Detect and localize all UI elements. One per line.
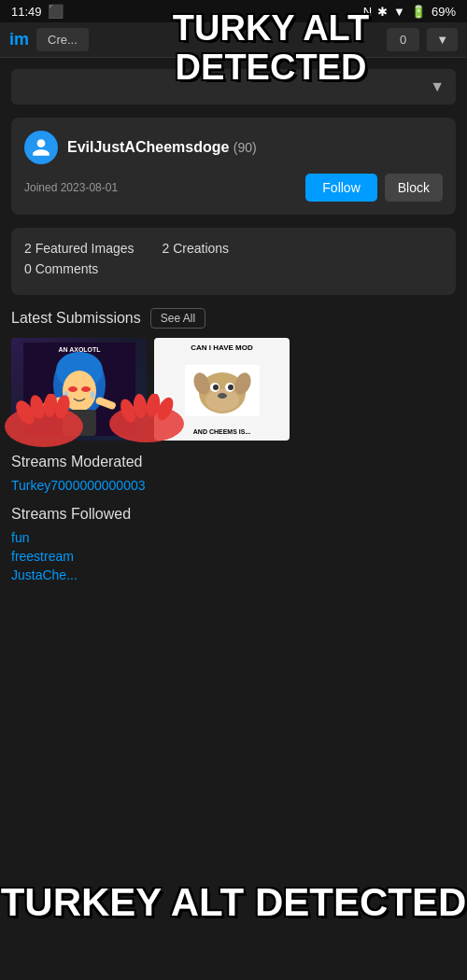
status-right: N ✱ ▼ 🔋 69% [363, 5, 456, 19]
battery-percent: 69% [432, 5, 456, 19]
stats-row-2: 0 Comments [24, 261, 443, 276]
svg-point-5 [81, 386, 91, 392]
profile-name-group: EvilJustACheemsdoge (90) [67, 139, 257, 156]
network-icon: N [363, 5, 372, 19]
meme2-top-text: CAN I HAVE MOD [191, 343, 253, 352]
profile-section: EvilJustACheemsdoge (90) Joined 2023-08-… [11, 118, 456, 215]
submission-thumb-1[interactable]: AN AXOLOTL [11, 338, 147, 441]
profile-score-value: (90) [234, 140, 257, 155]
app-logo: im [9, 30, 29, 49]
stats-section: 2 Featured Images 2 Creations 0 Comments [11, 228, 456, 295]
meme-image-1: AN AXOLOTL [11, 338, 147, 441]
creations-stat: 2 Creations [163, 241, 230, 256]
stream-followed-link-2[interactable]: freestream [11, 549, 456, 564]
profile-meta: Joined 2023-08-01 Follow Block [24, 174, 443, 202]
svg-point-10 [91, 391, 94, 399]
stream-followed-link-1[interactable]: fun [11, 530, 456, 545]
anime-girl-svg: AN AXOLOTL [23, 343, 135, 436]
block-button[interactable]: Block [385, 174, 443, 202]
featured-images-stat: 2 Featured Images [24, 241, 134, 256]
svg-point-9 [64, 391, 68, 399]
main-content: ▼ EvilJustACheemsdoge (90) Joined 2023-0… [0, 58, 467, 607]
stream-moderated-link-1[interactable]: Turkey7000000000003 [11, 478, 456, 493]
user-icon [31, 137, 51, 158]
see-all-button[interactable]: See All [150, 308, 205, 329]
status-time: 11:49 [11, 5, 42, 19]
svg-text:AN AXOLOTL: AN AXOLOTL [58, 346, 101, 353]
svg-point-14 [205, 389, 239, 412]
stream-followed-link-3[interactable]: JustaChe... [11, 567, 456, 582]
submissions-section: Latest Submissions See All [11, 308, 456, 441]
comments-stat: 0 Comments [24, 261, 98, 276]
svg-point-4 [68, 386, 78, 392]
status-bar: 11:49 ⬛ N ✱ ▼ 🔋 69% [0, 0, 467, 22]
meme2-bottom-text: AND CHEEMS IS... [193, 428, 250, 435]
joined-date: Joined 2023-08-01 [24, 181, 118, 194]
submissions-title: Latest Submissions [11, 310, 141, 327]
streams-followed-title: Streams Followed [11, 506, 456, 523]
nav-dropdown-button[interactable]: ▼ [427, 28, 458, 51]
streams-moderated-section: Streams Moderated Turkey7000000000003 [11, 454, 456, 493]
battery-icon: 🔋 [411, 5, 426, 19]
svg-point-17 [213, 385, 219, 390]
turkey-alt-detected-bottom-overlay: TURKEY ALT DETECTED [0, 881, 467, 924]
notification-icon: ⬛ [48, 4, 64, 19]
username: EvilJustACheemsdoge [67, 139, 229, 155]
svg-rect-6 [63, 410, 96, 436]
submission-thumb-2[interactable]: CAN I HAVE MOD [154, 338, 290, 441]
svg-point-19 [218, 393, 227, 399]
logo-m: m [14, 30, 29, 49]
search-container[interactable]: ▼ [11, 69, 456, 105]
page-wrapper: TURKY ALT DETECTED 11:49 ⬛ N ✱ ▼ 🔋 69% i… [0, 0, 467, 980]
status-left: 11:49 ⬛ [11, 4, 64, 19]
meme-image-2: CAN I HAVE MOD [154, 338, 290, 441]
follow-button[interactable]: Follow [305, 174, 376, 202]
wifi-icon: ▼ [393, 5, 405, 19]
profile-header: EvilJustACheemsdoge (90) [24, 131, 443, 164]
nav-bar: im Cre... 0 ▼ [0, 22, 467, 58]
submissions-header: Latest Submissions See All [11, 308, 456, 329]
nav-tab-create[interactable]: Cre... [36, 28, 89, 51]
avatar [24, 131, 58, 164]
svg-point-18 [228, 385, 234, 390]
svg-point-3 [63, 371, 96, 412]
profile-actions: Follow Block [305, 174, 443, 202]
stats-row-1: 2 Featured Images 2 Creations [24, 241, 443, 256]
nav-count: 0 [387, 28, 419, 51]
bluetooth-icon: ✱ [377, 5, 388, 19]
submissions-grid: AN AXOLOTL CAN I HAVE MOD [11, 338, 456, 441]
streams-moderated-title: Streams Moderated [11, 454, 456, 470]
cheems-svg [185, 365, 260, 416]
search-dropdown-arrow-icon: ▼ [430, 78, 445, 95]
streams-followed-section: Streams Followed fun freestream JustaChe… [11, 506, 456, 582]
